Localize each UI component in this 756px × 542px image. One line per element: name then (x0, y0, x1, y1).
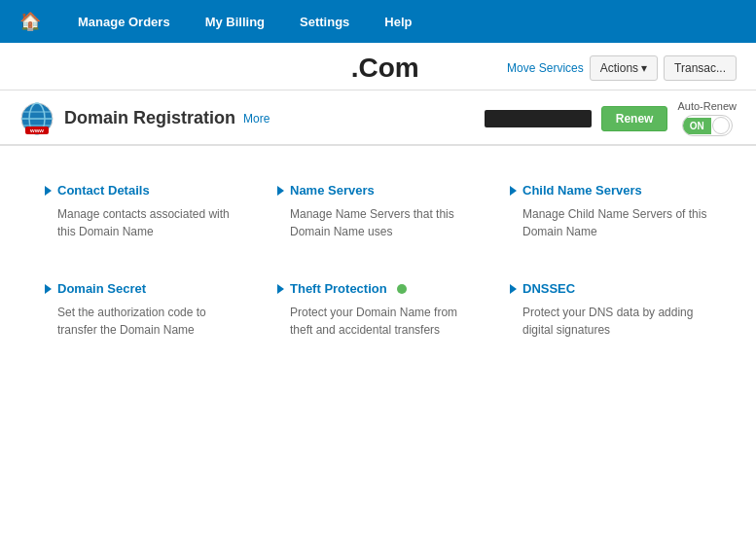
auto-renew-label: Auto-Renew (677, 100, 737, 112)
nav-settings[interactable]: Settings (282, 7, 367, 37)
more-link[interactable]: More (243, 112, 270, 126)
auto-renew-wrap: Auto-Renew ON (677, 100, 737, 136)
grid-item-title-4[interactable]: Theft Protection (277, 281, 479, 296)
triangle-icon (45, 284, 52, 294)
domain-reg-title: Domain Registration (64, 108, 235, 128)
domain-reg-icon: www (19, 101, 54, 136)
grid-item-title-0[interactable]: Contact Details (45, 183, 246, 198)
triangle-icon (45, 186, 52, 196)
grid-item-3: Domain SecretSet the authorization code … (29, 264, 262, 362)
move-services-link[interactable]: Move Services (507, 61, 584, 75)
content-grid: Contact DetailsManage contacts associate… (0, 146, 756, 381)
grid-item-2: Child Name ServersManage Child Name Serv… (494, 165, 727, 264)
domain-title: .Com (264, 53, 508, 84)
svg-text:www: www (29, 127, 44, 133)
top-navigation: 🏠 Manage Orders My Billing Settings Help (0, 0, 756, 43)
grid-item-1: Name ServersManage Name Servers that thi… (262, 165, 494, 264)
transactions-button[interactable]: Transac... (664, 55, 737, 81)
triangle-icon (510, 284, 517, 294)
grid-item-desc-3: Set the authorization code to transfer t… (45, 304, 246, 339)
actions-button[interactable]: Actions ▾ (590, 55, 658, 81)
grid-title-text-0: Contact Details (57, 183, 150, 198)
triangle-icon (277, 284, 284, 294)
triangle-icon (277, 186, 284, 196)
grid-item-desc-5: Protect your DNS data by adding digital … (510, 304, 711, 339)
grid-item-title-2[interactable]: Child Name Servers (510, 183, 711, 198)
toggle-knob (712, 117, 730, 134)
grid-item-4: Theft ProtectionProtect your Domain Name… (262, 264, 494, 362)
grid-item-desc-0: Manage contacts associated with this Dom… (45, 205, 246, 240)
status-dot-icon (397, 284, 407, 294)
dropdown-arrow-icon: ▾ (641, 61, 647, 75)
grid-item-5: DNSSECProtect your DNS data by adding di… (494, 264, 727, 362)
nav-my-billing[interactable]: My Billing (188, 7, 282, 37)
grid-title-text-1: Name Servers (290, 183, 375, 198)
grid-item-desc-4: Protect your Domain Name from theft and … (277, 304, 479, 339)
grid-item-title-1[interactable]: Name Servers (277, 183, 479, 198)
renew-button[interactable]: Renew (601, 106, 668, 131)
grid-title-text-2: Child Name Servers (522, 183, 642, 198)
grid-item-title-5[interactable]: DNSSEC (510, 281, 711, 296)
grid-item-desc-2: Manage Child Name Servers of this Domain… (510, 205, 711, 240)
title-row: .Com Move Services Actions ▾ Transac... (0, 43, 756, 90)
domain-registration-row: www Domain Registration More Renew Auto-… (0, 90, 756, 146)
grid-item-desc-1: Manage Name Servers that this Domain Nam… (277, 205, 479, 240)
home-icon[interactable]: 🏠 (10, 3, 51, 40)
title-actions: Move Services Actions ▾ Transac... (507, 55, 737, 81)
grid-item-title-3[interactable]: Domain Secret (45, 281, 246, 296)
domain-name-bar (485, 110, 592, 127)
grid-item-0: Contact DetailsManage contacts associate… (29, 165, 262, 264)
nav-manage-orders[interactable]: Manage Orders (60, 7, 188, 37)
triangle-icon (510, 186, 517, 196)
auto-renew-toggle[interactable]: ON (682, 115, 733, 136)
reg-right-controls: Renew Auto-Renew ON (485, 100, 737, 136)
grid-title-text-3: Domain Secret (57, 281, 146, 296)
nav-help[interactable]: Help (367, 7, 429, 37)
grid-title-text-4: Theft Protection (290, 281, 387, 296)
grid-title-text-5: DNSSEC (522, 281, 575, 296)
toggle-on-label[interactable]: ON (683, 118, 711, 134)
